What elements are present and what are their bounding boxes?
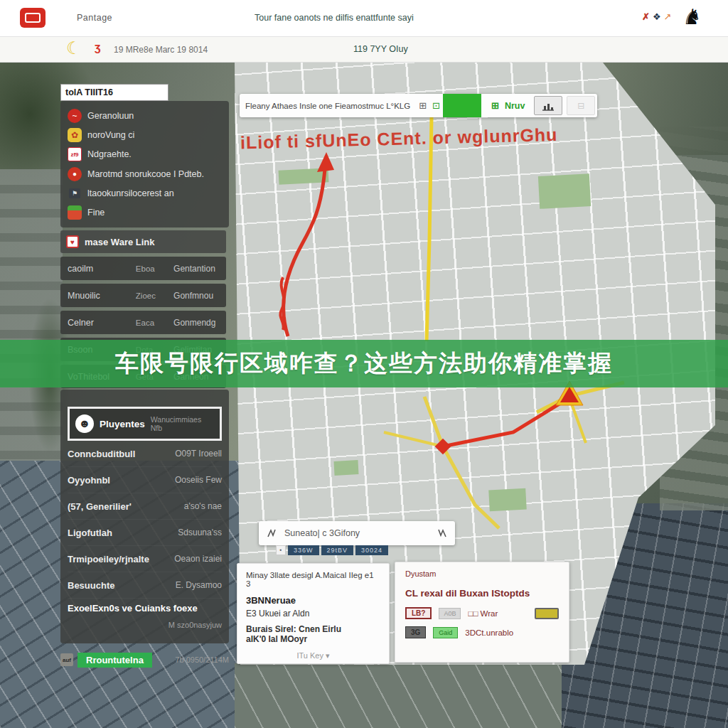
sidebar-menu-item[interactable]: ✿ noroVung ci [68, 126, 222, 144]
legend-heading: CL rexal dil Buxan IStoptds [405, 588, 559, 599]
vehicle-list-header[interactable]: ♥ mase Ware Link [60, 230, 226, 253]
route-swap-icon[interactable] [429, 528, 455, 539]
sidebar-menu-item[interactable]: ⚑ ltaookunrsilocerest an [68, 185, 222, 203]
headline-banner: 车限号限行区域咋查？这些方法助你精准掌握 [0, 340, 728, 387]
chart-icon [542, 101, 555, 111]
setting-value: Ooseiis Few [175, 475, 222, 485]
red-diamond-marker[interactable] [435, 439, 451, 455]
bracket-icon[interactable]: ⊞ [416, 100, 429, 111]
vehicle-status: Gonfmnou [173, 291, 219, 301]
chart-view-button[interactable] [534, 96, 562, 115]
setting-value: a'so's nae [184, 501, 222, 511]
setting-label: Oyyohnbl [68, 475, 110, 486]
card-line: 3BNNeruae [246, 595, 380, 606]
sidebar-menu-item[interactable]: ● Marotmd snorukcooe I Pdteb. [68, 165, 222, 183]
setting-label: (57, Generilier' [68, 501, 132, 512]
shield-heart-icon: ♥ [66, 235, 79, 248]
sidebar-menu-item[interactable]: zf9 Ndgraehte. [68, 146, 222, 164]
toolbar-chip[interactable]: 30024 [355, 545, 388, 555]
minus-chip[interactable]: ▪ [276, 545, 286, 555]
toolbar-chip[interactable]: 29tBV [321, 545, 354, 555]
setting-row[interactable]: Ligofutlah Sdsuuna'ss [68, 520, 222, 546]
highlighted-setting-row[interactable]: ☻ Pluyentes Wanucimmiaes Nfb [68, 407, 222, 441]
setting-row[interactable]: (57, Generilier' a'so's nae [68, 493, 222, 520]
swirl-icon: ~ [68, 109, 82, 123]
vehicle-row[interactable]: caoilm Eboa Gentantion [60, 257, 226, 280]
nav-button-label: Nruv [505, 101, 525, 111]
card-line: Burais Sirel: Cnen Eirlu [246, 624, 380, 634]
legend-card-right: Dyustam CL rexal dil Buxan IStoptds LB? … [395, 562, 569, 663]
vehicle-name: caoilm [68, 264, 136, 274]
setting-row[interactable]: Besuuchte E. Dysamoo [68, 572, 222, 599]
bird-logo-icon[interactable]: ♞ [682, 4, 702, 29]
highlighted-value: Wanucimmiaes Nfb [151, 415, 214, 432]
logo-mark-icon [25, 13, 41, 23]
search-input[interactable]: Suneato| c 3Gifony [284, 528, 429, 538]
top-navigation-bar: Pantage Tour fane oanots ne dilfis enatt… [0, 0, 728, 37]
vehicle-code: Eaca [136, 318, 173, 327]
menu-item-label: Geranoluun [87, 111, 134, 121]
flag-icon: ⚑ [69, 188, 80, 198]
vehicle-status: Gentantion [173, 264, 219, 274]
vehicle-row[interactable]: Celner Eaca Gonmendg [60, 311, 226, 334]
setting-row[interactable]: Conncbuditbull O09T Iroeell [68, 441, 222, 467]
rose-icon: ✿ [68, 128, 82, 142]
sidebar-menu-item[interactable]: Fine [68, 204, 222, 222]
toolbar-chip[interactable]: 336W [288, 545, 319, 555]
setting-row[interactable]: Oyyohnbl Ooseiis Few [68, 467, 222, 493]
card-line: E3 Ukuei ar Aldn [246, 609, 380, 619]
setting-value: Oeaon izaiei [174, 554, 222, 564]
status-right-text: 119 7YY OIuy [353, 44, 408, 54]
vehicle-name: Mnuoilic [68, 291, 136, 301]
red-swoosh-icon: ʒ [95, 41, 100, 54]
setting-label: Ligofutlah [68, 528, 112, 538]
settings-footer-note: M szo0nasyjuw [68, 621, 222, 629]
layers-button-disabled[interactable]: ⊟ [567, 96, 595, 115]
checkbox-icon[interactable]: ⊡ [429, 100, 443, 111]
green-action-button[interactable] [443, 94, 481, 117]
red-arrow-head [317, 152, 334, 172]
setting-label: Conncbuditbull [68, 449, 135, 459]
avatar-face-icon: ☻ [75, 414, 94, 433]
setting-row[interactable]: Trmipoeiley/rjnalte Oeaon izaiei [68, 546, 222, 572]
app-logo[interactable] [20, 8, 46, 28]
headline-title: 车限号限行区域咋查？这些方法助你精准掌握 [115, 348, 613, 380]
settings-panel: ☻ Pluyentes Wanucimmiaes Nfb Conncbuditb… [60, 390, 229, 643]
vehicle-code: Eboa [136, 264, 173, 273]
red-arrow-path [284, 169, 325, 336]
legend-tag: Dyustam [405, 569, 559, 578]
close-icon[interactable]: ✗ [642, 11, 650, 22]
menu-item-label: noroVung ci [87, 130, 134, 140]
sidebar-menu-item[interactable]: ~ Geranoluun [68, 107, 222, 124]
nav-button[interactable]: ⊞ Nruv [481, 100, 532, 111]
moon-icon: ☾ [66, 38, 82, 58]
map-search-bar[interactable]: Suneato| c 3Gifony [259, 521, 455, 545]
topbar-icon-cluster[interactable]: ✗ ❖ ↗ [642, 11, 671, 22]
compass-icon[interactable]: ❖ [653, 11, 661, 22]
vehicle-row[interactable]: Mnuoilic Zioec Gonfmnou [60, 284, 226, 307]
locate-icon[interactable]: ↗ [664, 11, 672, 22]
card-footer-dropdown[interactable]: ITu Key ▾ [246, 651, 380, 660]
vehicle-status: Gonmendg [173, 318, 219, 328]
olive-badge [535, 608, 559, 619]
sidebar-search-input[interactable]: tolA TIIIT16 [60, 84, 168, 101]
vehicle-code: Zioec [136, 291, 173, 300]
info-card-left: Minay 3llate desigl A.Maical IIeg e1 3 3… [237, 563, 390, 664]
legend-badge[interactable]: 3G [405, 626, 426, 638]
legend-badge[interactable]: LB? [405, 607, 432, 619]
yellow-route-diagonal [424, 397, 499, 528]
map-viewport[interactable]: iLiof ti sfUnEo CEnt. or wglunrGhu Flean… [0, 63, 728, 728]
green-status-badge[interactable]: Rrountutelna [77, 653, 152, 668]
legend-badge[interactable]: Gaid [433, 627, 458, 638]
gift-icon [68, 205, 82, 220]
setting-value: E. Dysamoo [176, 580, 222, 590]
route-start-icon[interactable] [259, 528, 284, 539]
status-bar: ☾ ʒ 19 MRe8e Marc 19 8014 119 7YY OIuy [0, 37, 728, 63]
layers-icon: ⊟ [577, 101, 584, 111]
sidebar-menu-panel: ~ Geranoluun ✿ noroVung ci zf9 Ndgraehte… [60, 101, 229, 228]
menu-item-label: ltaookunrsilocerest an [87, 188, 174, 198]
legend-row: 3G Gaid 3DCt.unrablo [405, 626, 559, 638]
vehicle-header-label: mase Ware Link [85, 237, 155, 247]
map-toolbar-title: Fleany Athaes Insle one Fieamostmuc L°KL… [240, 102, 416, 110]
legend-badge[interactable]: A0B [439, 608, 461, 619]
